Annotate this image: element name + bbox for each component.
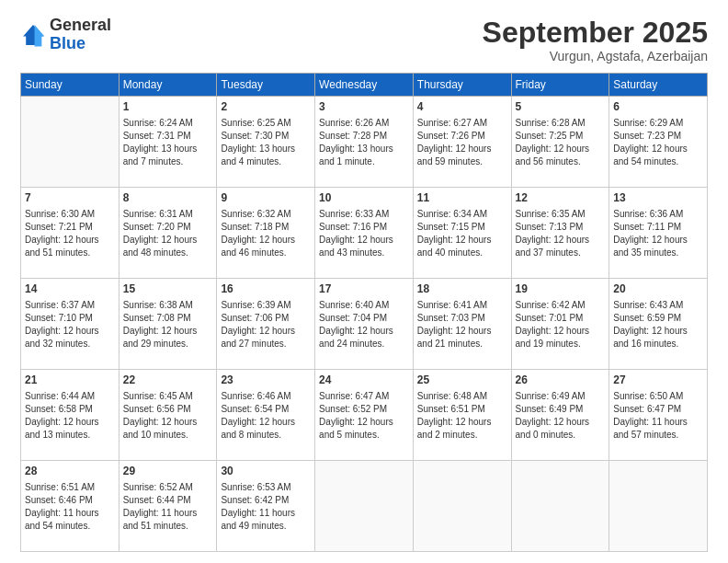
- page: General Blue September 2025 Vurgun, Agst…: [0, 0, 728, 563]
- calendar-table: SundayMondayTuesdayWednesdayThursdayFrid…: [20, 73, 708, 552]
- logo-line1: General: [50, 17, 111, 35]
- header: General Blue September 2025 Vurgun, Agst…: [20, 17, 708, 63]
- day-info: Sunrise: 6:28 AMSunset: 7:25 PMDaylight:…: [516, 117, 606, 168]
- day-number: 1: [123, 99, 213, 115]
- calendar-day-cell: 19Sunrise: 6:42 AMSunset: 7:01 PMDayligh…: [511, 279, 609, 370]
- day-of-week-header: Tuesday: [217, 74, 315, 97]
- logo-icon: [20, 22, 46, 48]
- title-block: September 2025 Vurgun, Agstafa, Azerbaij…: [483, 17, 708, 63]
- day-number: 15: [123, 282, 213, 297]
- calendar-day-cell: [609, 461, 708, 552]
- day-number: 9: [221, 190, 311, 206]
- day-of-week-header: Thursday: [413, 74, 511, 97]
- month-title: September 2025: [483, 17, 708, 49]
- day-number: 10: [319, 190, 409, 206]
- calendar-day-cell: 28Sunrise: 6:51 AMSunset: 6:46 PMDayligh…: [21, 461, 119, 552]
- calendar-week-row: 14Sunrise: 6:37 AMSunset: 7:10 PMDayligh…: [21, 279, 708, 370]
- day-number: 23: [221, 373, 311, 388]
- calendar-day-cell: 9Sunrise: 6:32 AMSunset: 7:18 PMDaylight…: [217, 188, 315, 279]
- calendar-day-cell: 4Sunrise: 6:27 AMSunset: 7:26 PMDaylight…: [413, 97, 511, 188]
- day-info: Sunrise: 6:24 AMSunset: 7:31 PMDaylight:…: [123, 117, 213, 168]
- logo-line2: Blue: [50, 35, 111, 53]
- calendar-day-cell: [511, 461, 609, 552]
- calendar-day-cell: 5Sunrise: 6:28 AMSunset: 7:25 PMDaylight…: [511, 97, 609, 188]
- day-number: 6: [613, 99, 703, 115]
- day-info: Sunrise: 6:51 AMSunset: 6:46 PMDaylight:…: [25, 481, 115, 533]
- day-info: Sunrise: 6:41 AMSunset: 7:03 PMDaylight:…: [417, 299, 507, 350]
- day-info: Sunrise: 6:45 AMSunset: 6:56 PMDaylight:…: [123, 390, 213, 442]
- calendar-day-cell: 29Sunrise: 6:52 AMSunset: 6:44 PMDayligh…: [119, 461, 217, 552]
- calendar-day-cell: [21, 97, 119, 188]
- day-info: Sunrise: 6:42 AMSunset: 7:01 PMDaylight:…: [516, 299, 606, 350]
- day-number: 24: [319, 373, 409, 388]
- day-info: Sunrise: 6:31 AMSunset: 7:20 PMDaylight:…: [123, 208, 213, 259]
- day-number: 20: [613, 282, 703, 297]
- logo: General Blue: [20, 17, 111, 53]
- calendar-day-cell: 30Sunrise: 6:53 AMSunset: 6:42 PMDayligh…: [217, 461, 315, 552]
- calendar-day-cell: 12Sunrise: 6:35 AMSunset: 7:13 PMDayligh…: [511, 188, 609, 279]
- calendar-week-row: 1Sunrise: 6:24 AMSunset: 7:31 PMDaylight…: [21, 97, 708, 188]
- day-info: Sunrise: 6:52 AMSunset: 6:44 PMDaylight:…: [123, 481, 213, 533]
- calendar-day-cell: 2Sunrise: 6:25 AMSunset: 7:30 PMDaylight…: [217, 97, 315, 188]
- calendar-day-cell: 8Sunrise: 6:31 AMSunset: 7:20 PMDaylight…: [119, 188, 217, 279]
- day-info: Sunrise: 6:32 AMSunset: 7:18 PMDaylight:…: [221, 208, 311, 259]
- day-number: 29: [123, 464, 213, 479]
- calendar-day-cell: 24Sunrise: 6:47 AMSunset: 6:52 PMDayligh…: [315, 370, 414, 461]
- day-info: Sunrise: 6:27 AMSunset: 7:26 PMDaylight:…: [417, 117, 507, 168]
- day-number: 4: [417, 99, 507, 115]
- logo-text: General Blue: [50, 17, 111, 53]
- day-info: Sunrise: 6:25 AMSunset: 7:30 PMDaylight:…: [221, 117, 311, 168]
- day-number: 27: [613, 373, 703, 388]
- day-info: Sunrise: 6:37 AMSunset: 7:10 PMDaylight:…: [25, 299, 115, 350]
- day-number: 3: [319, 99, 409, 115]
- day-info: Sunrise: 6:35 AMSunset: 7:13 PMDaylight:…: [516, 208, 606, 259]
- day-number: 26: [516, 373, 606, 388]
- calendar-day-cell: 11Sunrise: 6:34 AMSunset: 7:15 PMDayligh…: [413, 188, 511, 279]
- calendar-day-cell: 3Sunrise: 6:26 AMSunset: 7:28 PMDaylight…: [315, 97, 414, 188]
- day-info: Sunrise: 6:50 AMSunset: 6:47 PMDaylight:…: [613, 390, 703, 442]
- calendar-day-cell: 7Sunrise: 6:30 AMSunset: 7:21 PMDaylight…: [21, 188, 119, 279]
- day-number: 19: [516, 282, 606, 297]
- day-number: 8: [123, 190, 213, 206]
- day-number: 30: [221, 464, 311, 479]
- calendar-week-row: 28Sunrise: 6:51 AMSunset: 6:46 PMDayligh…: [21, 461, 708, 552]
- day-number: 21: [25, 373, 115, 388]
- day-info: Sunrise: 6:49 AMSunset: 6:49 PMDaylight:…: [516, 390, 606, 442]
- calendar-day-cell: 6Sunrise: 6:29 AMSunset: 7:23 PMDaylight…: [609, 97, 708, 188]
- day-of-week-header: Saturday: [609, 74, 708, 97]
- day-number: 25: [417, 373, 507, 388]
- day-info: Sunrise: 6:47 AMSunset: 6:52 PMDaylight:…: [319, 390, 409, 442]
- day-of-week-header: Friday: [511, 74, 609, 97]
- day-info: Sunrise: 6:44 AMSunset: 6:58 PMDaylight:…: [25, 390, 115, 442]
- day-info: Sunrise: 6:46 AMSunset: 6:54 PMDaylight:…: [221, 390, 311, 442]
- day-info: Sunrise: 6:43 AMSunset: 6:59 PMDaylight:…: [613, 299, 703, 350]
- location-title: Vurgun, Agstafa, Azerbaijan: [483, 49, 708, 63]
- day-number: 5: [516, 99, 606, 115]
- calendar-day-cell: 27Sunrise: 6:50 AMSunset: 6:47 PMDayligh…: [609, 370, 708, 461]
- day-number: 2: [221, 99, 311, 115]
- calendar-day-cell: 16Sunrise: 6:39 AMSunset: 7:06 PMDayligh…: [217, 279, 315, 370]
- day-number: 11: [417, 190, 507, 206]
- calendar-day-cell: 23Sunrise: 6:46 AMSunset: 6:54 PMDayligh…: [217, 370, 315, 461]
- calendar-week-row: 21Sunrise: 6:44 AMSunset: 6:58 PMDayligh…: [21, 370, 708, 461]
- day-info: Sunrise: 6:33 AMSunset: 7:16 PMDaylight:…: [319, 208, 409, 259]
- calendar-day-cell: 18Sunrise: 6:41 AMSunset: 7:03 PMDayligh…: [413, 279, 511, 370]
- day-number: 16: [221, 282, 311, 297]
- calendar-day-cell: 13Sunrise: 6:36 AMSunset: 7:11 PMDayligh…: [609, 188, 708, 279]
- day-info: Sunrise: 6:40 AMSunset: 7:04 PMDaylight:…: [319, 299, 409, 350]
- calendar-day-cell: 1Sunrise: 6:24 AMSunset: 7:31 PMDaylight…: [119, 97, 217, 188]
- day-info: Sunrise: 6:53 AMSunset: 6:42 PMDaylight:…: [221, 481, 311, 533]
- day-info: Sunrise: 6:29 AMSunset: 7:23 PMDaylight:…: [613, 117, 703, 168]
- day-number: 17: [319, 282, 409, 297]
- calendar-day-cell: 22Sunrise: 6:45 AMSunset: 6:56 PMDayligh…: [119, 370, 217, 461]
- calendar-day-cell: 21Sunrise: 6:44 AMSunset: 6:58 PMDayligh…: [21, 370, 119, 461]
- calendar-week-row: 7Sunrise: 6:30 AMSunset: 7:21 PMDaylight…: [21, 188, 708, 279]
- day-of-week-header: Wednesday: [315, 74, 414, 97]
- day-info: Sunrise: 6:26 AMSunset: 7:28 PMDaylight:…: [319, 117, 409, 168]
- day-number: 18: [417, 282, 507, 297]
- day-info: Sunrise: 6:48 AMSunset: 6:51 PMDaylight:…: [417, 390, 507, 442]
- calendar-day-cell: 25Sunrise: 6:48 AMSunset: 6:51 PMDayligh…: [413, 370, 511, 461]
- calendar-day-cell: [315, 461, 414, 552]
- calendar-day-cell: 20Sunrise: 6:43 AMSunset: 6:59 PMDayligh…: [609, 279, 708, 370]
- calendar-day-cell: 17Sunrise: 6:40 AMSunset: 7:04 PMDayligh…: [315, 279, 414, 370]
